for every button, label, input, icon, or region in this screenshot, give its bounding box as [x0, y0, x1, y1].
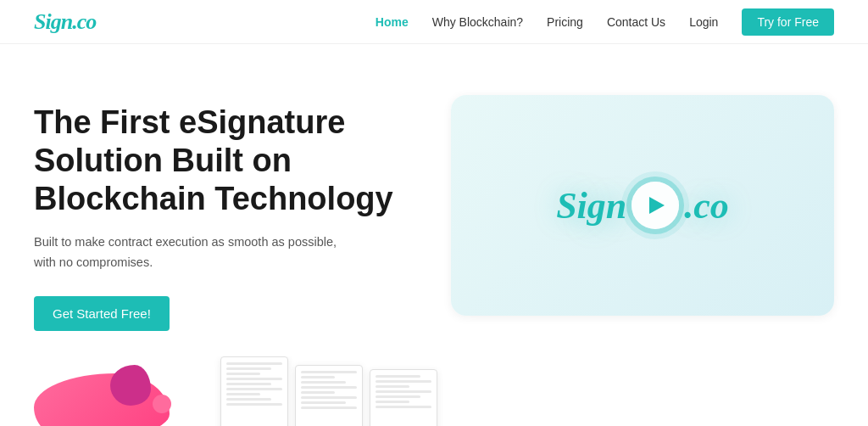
doc-line	[301, 381, 346, 384]
blob-small	[153, 395, 171, 413]
hero-text: The First eSignature Solution Built on B…	[34, 95, 417, 331]
hero-video-box[interactable]: Sign .co	[451, 95, 834, 316]
doc-line	[376, 375, 420, 378]
nav-why-blockchain[interactable]: Why Blockchain?	[432, 15, 523, 29]
doc-card-1: invoice1new.pdf	[220, 356, 288, 426]
doc-line	[226, 373, 260, 375]
hero-section: The First eSignature Solution Built on B…	[0, 44, 868, 356]
doc-line	[301, 396, 357, 399]
doc-previews: invoice1new.pdf invoice1new.pdf	[220, 356, 437, 426]
doc-card-3: invoice1new.pdf	[370, 369, 437, 426]
hero-subtext: Built to make contract execution as smoo…	[34, 233, 417, 272]
play-button[interactable]	[632, 182, 679, 229]
doc-lines	[221, 357, 287, 426]
navbar: Sign.co Home Why Blockchain? Pricing Con…	[0, 0, 868, 44]
doc-line	[226, 388, 282, 390]
doc-line	[376, 406, 431, 408]
doc-line	[376, 390, 431, 393]
doc-line	[301, 371, 357, 373]
doc-line	[226, 398, 271, 401]
nav-login[interactable]: Login	[689, 15, 718, 29]
get-started-button[interactable]: Get Started Free!	[34, 296, 170, 331]
doc-lines	[370, 370, 437, 426]
doc-line	[226, 393, 260, 395]
hero-headline: The First eSignature Solution Built on B…	[34, 104, 417, 217]
blob-illustration	[34, 356, 203, 426]
doc-line	[226, 362, 282, 365]
doc-line	[301, 406, 357, 409]
doc-line	[226, 383, 271, 385]
doc-line	[301, 386, 357, 389]
doc-line	[301, 376, 335, 378]
doc-line	[226, 378, 282, 380]
doc-line	[301, 391, 335, 394]
nav-home[interactable]: Home	[376, 15, 409, 29]
doc-line	[301, 401, 346, 404]
doc-card-2: invoice1new.pdf	[295, 365, 363, 426]
doc-line	[376, 401, 409, 403]
video-logo: Sign .co	[556, 182, 729, 229]
doc-line	[226, 367, 271, 370]
logo-text: Sign.co	[34, 9, 96, 34]
nav-contact[interactable]: Contact Us	[607, 15, 665, 29]
doc-line	[376, 385, 409, 388]
doc-line	[376, 380, 431, 383]
video-logo-part1: Sign	[556, 184, 626, 227]
brand-logo[interactable]: Sign.co	[34, 9, 96, 35]
video-logo-part2: .co	[684, 184, 729, 227]
doc-line	[376, 395, 420, 398]
doc-line	[226, 403, 282, 406]
headline-line1: The First eSignature	[34, 104, 345, 140]
blob-secondary	[110, 365, 151, 406]
doc-lines	[296, 366, 362, 426]
headline-line2: Solution Built on	[34, 143, 292, 178]
headline-line3: Blockchain Technology	[34, 181, 393, 216]
nav-pricing[interactable]: Pricing	[547, 15, 583, 29]
bottom-section: invoice1new.pdf invoice1new.pdf	[0, 356, 868, 426]
nav-links: Home Why Blockchain? Pricing Contact Us …	[376, 8, 834, 36]
try-free-button[interactable]: Try for Free	[742, 8, 834, 36]
